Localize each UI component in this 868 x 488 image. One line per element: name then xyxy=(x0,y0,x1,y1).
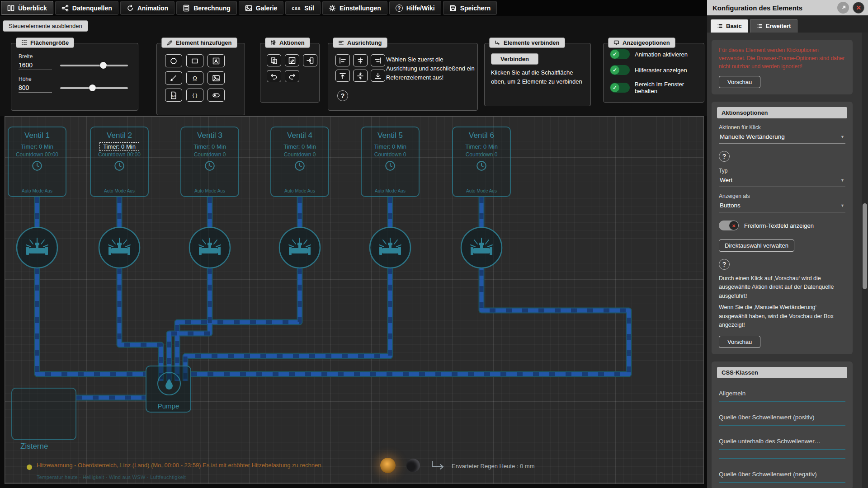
valve-timer[interactable]: Timer: 0 Min xyxy=(462,142,501,151)
preview-button-top[interactable]: Vorschau xyxy=(719,76,760,88)
css-classes-header: CSS-Klassen xyxy=(717,367,847,378)
hide-controls-button[interactable]: Steuerelemente ausblenden xyxy=(3,20,88,32)
css-icon: css xyxy=(292,5,301,11)
editor-canvas[interactable]: Ventil 1 Timer: 0 Min Countdown 00:00 Au… xyxy=(5,116,704,484)
valve-node[interactable] xyxy=(461,227,502,268)
tab-stil[interactable]: css Stil xyxy=(285,1,321,15)
freeform-toggle[interactable]: × xyxy=(719,221,739,230)
keep-in-window-toggle[interactable]: ✓ xyxy=(610,83,630,93)
tab-label: Animation xyxy=(137,5,168,12)
display-as-select[interactable]: Buttons ▼ xyxy=(719,201,845,212)
undo-button[interactable] xyxy=(267,70,281,82)
css-below-threshold-input[interactable] xyxy=(719,438,845,445)
align-right-button[interactable] xyxy=(371,54,385,66)
width-slider[interactable] xyxy=(60,65,128,66)
switch-icon xyxy=(212,91,220,99)
click-action-select[interactable]: Manuelle Wertänderung ▼ xyxy=(719,132,845,144)
width-input[interactable] xyxy=(19,61,52,70)
valve-nodes xyxy=(17,227,502,268)
align-center-button[interactable] xyxy=(353,54,368,66)
align-top-button[interactable] xyxy=(335,70,350,82)
settings-icon xyxy=(329,5,336,12)
manage-direct-selection-button[interactable]: Direktauswahl verwalten xyxy=(719,239,794,252)
add-omega-button[interactable]: Ω xyxy=(186,71,203,84)
panel-alignment-title: Ausrichtung xyxy=(333,38,387,48)
redo-button[interactable] xyxy=(285,70,299,82)
valve-node[interactable] xyxy=(17,227,57,268)
tab-speichern[interactable]: Speichern xyxy=(443,1,497,15)
add-svg-button[interactable]: SVG xyxy=(165,89,182,102)
add-text-button[interactable] xyxy=(208,54,225,67)
valve-node[interactable] xyxy=(189,227,230,268)
slider-knob[interactable] xyxy=(89,84,96,91)
css-general-input[interactable] xyxy=(719,390,845,397)
valve-card[interactable]: Ventil 3 Timer: 0 Min Countdown 0 Auto M… xyxy=(180,127,239,197)
moon-icon[interactable] xyxy=(406,459,420,472)
preview-button[interactable]: Vorschau xyxy=(719,336,760,348)
valve-card[interactable]: Ventil 5 Timer: 0 Min Countdown 0 Auto M… xyxy=(361,127,420,197)
align-left-button[interactable] xyxy=(335,54,350,66)
css-above-positive-input[interactable] xyxy=(719,414,845,421)
add-image-button[interactable] xyxy=(208,71,225,84)
add-code-button[interactable]: { } xyxy=(186,89,203,102)
preview-help-button[interactable]: ? xyxy=(719,259,730,270)
popout-button[interactable] xyxy=(837,2,849,14)
tab-einstellungen[interactable]: Einstellungen xyxy=(322,1,387,15)
panel-connect-title: Elemente verbinden xyxy=(489,38,565,48)
valve-node[interactable] xyxy=(99,227,140,268)
svg-file-icon: SVG xyxy=(170,91,178,99)
config-scrollbar-thumb[interactable] xyxy=(863,203,867,289)
tab-datenquellen[interactable]: Datenquellen xyxy=(55,1,118,15)
close-button[interactable]: ✕ xyxy=(853,2,864,14)
valve-timer[interactable]: Timer: 0 Min xyxy=(190,142,230,151)
helper-grid-toggle[interactable]: ✓ xyxy=(610,65,630,75)
list-icon xyxy=(717,23,723,29)
import-button[interactable] xyxy=(303,54,317,66)
pump[interactable]: Pumpe xyxy=(146,366,191,413)
sun-icon[interactable] xyxy=(380,458,396,473)
config-scrollbar[interactable] xyxy=(862,33,868,488)
sliders-icon xyxy=(270,40,276,46)
tab-hilfe-wiki[interactable]: ? Hilfe/Wiki xyxy=(389,1,441,15)
tab-berechnung[interactable]: Berechnung xyxy=(176,1,237,15)
valve-timer[interactable]: Timer: 0 Min xyxy=(17,142,57,151)
valve-node[interactable] xyxy=(279,227,320,268)
animation-toggle[interactable]: ✓ xyxy=(610,49,630,59)
align-bottom-button[interactable] xyxy=(371,70,385,82)
add-rectangle-button[interactable] xyxy=(186,54,203,67)
valve-timer[interactable]: Timer: 0 Min xyxy=(370,142,410,151)
copy-button[interactable] xyxy=(267,54,281,66)
align-middle-button[interactable] xyxy=(353,70,368,82)
clock-icon xyxy=(294,160,306,172)
alignment-help-button[interactable]: ? xyxy=(337,90,348,101)
valve-timer[interactable]: Timer: 0 Min xyxy=(99,142,139,151)
valve-node[interactable] xyxy=(370,227,410,268)
tab-erweitert[interactable]: Erweitert xyxy=(750,19,798,33)
slider-knob[interactable] xyxy=(100,62,107,69)
clock-icon xyxy=(113,160,125,172)
valve-card[interactable]: Ventil 6 Timer: 0 Min Countdown 0 Auto M… xyxy=(452,127,511,197)
action-help-button[interactable]: ? xyxy=(719,151,730,162)
add-circle-button[interactable] xyxy=(165,54,182,67)
toggle-knob: × xyxy=(729,221,738,230)
css-above-negative-input[interactable] xyxy=(719,471,845,478)
edit-button[interactable] xyxy=(285,54,299,66)
type-select[interactable]: Wert ▼ xyxy=(719,175,845,187)
height-slider[interactable] xyxy=(60,87,128,89)
cistern[interactable] xyxy=(11,388,76,440)
valve-timer[interactable]: Timer: 0 Min xyxy=(280,142,320,151)
valve-card[interactable]: Ventil 2 Timer: 0 Min Countdown 00:00 Au… xyxy=(90,127,149,197)
valve-card[interactable]: Ventil 4 Timer: 0 Min Countdown 0 Auto M… xyxy=(270,127,329,197)
tab-animation[interactable]: Animation xyxy=(120,1,175,15)
tab-galerie[interactable]: Galerie xyxy=(239,1,283,15)
add-switch-button[interactable] xyxy=(208,89,225,102)
tab-ueberblick[interactable]: Überblick xyxy=(1,1,53,15)
tab-basic[interactable]: Basic xyxy=(711,19,748,33)
connect-button[interactable]: Verbinden xyxy=(491,53,538,65)
height-input[interactable] xyxy=(19,83,52,93)
valve-card[interactable]: Ventil 1 Timer: 0 Min Countdown 00:00 Au… xyxy=(8,127,66,197)
align-bottom-icon xyxy=(374,72,382,80)
line-tool-icon xyxy=(170,74,178,82)
valve-title: Ventil 3 xyxy=(181,131,238,140)
add-line-button[interactable] xyxy=(165,71,182,84)
